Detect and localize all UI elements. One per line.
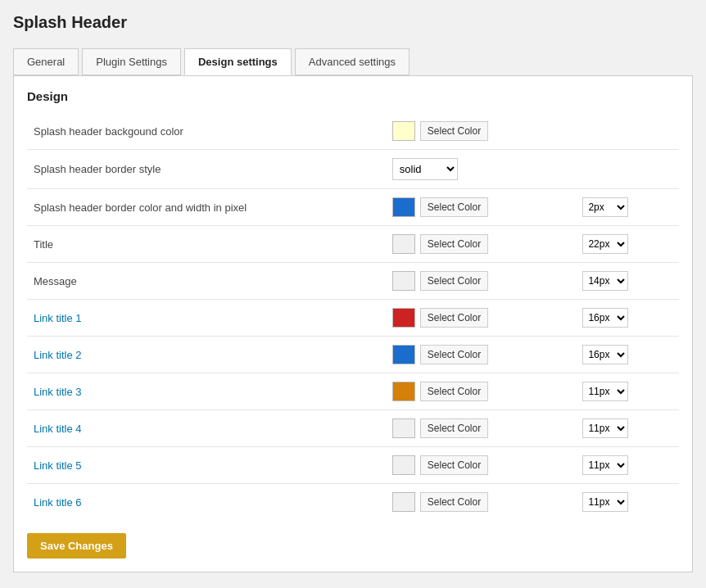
row-extra-border-style [576, 150, 679, 189]
px-select-link-title-4[interactable]: 2px4px6px8px10px11px12px14px16px18px20px… [582, 418, 628, 438]
select-color-btn-link-title-2[interactable]: Select Color [420, 345, 488, 364]
row-control-link-title-1: Select Color [386, 300, 577, 337]
row-label-message: Message [27, 263, 386, 300]
select-color-btn-message[interactable]: Select Color [420, 271, 488, 291]
row-extra-link-title-1: 2px4px6px8px10px11px12px14px16px18px20px… [576, 300, 679, 337]
color-swatch-message [392, 271, 415, 291]
table-row: Splash header backgound colorSelect Colo… [27, 113, 679, 150]
table-row: Splash header border stylesoliddasheddot… [27, 150, 679, 189]
row-label-link-link-title-5[interactable]: Link title 5 [34, 459, 82, 472]
color-swatch-link-title-6 [392, 492, 415, 512]
row-extra-link-title-5: 2px4px6px8px10px11px12px14px16px18px20px… [576, 447, 679, 484]
color-swatch-link-title-1 [392, 308, 415, 328]
row-label-link-title-6: Link title 6 [27, 484, 386, 521]
row-control-border-style: soliddasheddottednone [386, 150, 577, 189]
row-label-link-link-title-3[interactable]: Link title 3 [34, 386, 82, 398]
section-title: Design [27, 89, 679, 103]
row-label-link-title-3: Link title 3 [27, 373, 386, 410]
row-label-title: Title [27, 226, 386, 263]
row-extra-link-title-2: 2px4px6px8px10px11px12px14px16px18px20px… [576, 337, 679, 373]
px-select-link-title-1[interactable]: 2px4px6px8px10px11px12px14px16px18px20px… [582, 308, 628, 328]
design-table: Splash header backgound colorSelect Colo… [27, 113, 679, 520]
row-label-link-title-2: Link title 2 [27, 337, 386, 373]
page-wrapper: Splash Header GeneralPlugin SettingsDesi… [0, 0, 706, 586]
px-select-link-title-5[interactable]: 2px4px6px8px10px11px12px14px16px18px20px… [582, 455, 628, 475]
color-swatch-title [392, 234, 415, 254]
row-control-message: Select Color [386, 263, 577, 300]
row-extra-link-title-6: 2px4px6px8px10px11px12px14px16px18px20px… [576, 484, 679, 521]
color-swatch-border-color [392, 197, 415, 217]
row-control-bg-color: Select Color [386, 113, 577, 150]
row-control-link-title-3: Select Color [386, 373, 577, 410]
border-style-select[interactable]: soliddasheddottednone [392, 158, 458, 180]
row-extra-title: 2px4px6px8px10px11px12px14px16px18px20px… [576, 226, 679, 263]
px-select-link-title-3[interactable]: 2px4px6px8px10px11px12px14px16px18px20px… [582, 382, 628, 401]
table-row: MessageSelect Color2px4px6px8px10px11px1… [27, 263, 679, 300]
page-title: Splash Header [13, 13, 693, 32]
row-extra-border-color: 2px4px6px8px10px11px12px14px16px18px20px… [576, 189, 679, 226]
px-select-message[interactable]: 2px4px6px8px10px11px12px14px16px18px20px… [582, 271, 628, 291]
table-row: Link title 5Select Color2px4px6px8px10px… [27, 447, 679, 484]
select-color-btn-bg-color[interactable]: Select Color [420, 121, 488, 141]
row-extra-link-title-4: 2px4px6px8px10px11px12px14px16px18px20px… [576, 410, 679, 447]
row-control-link-title-6: Select Color [386, 484, 577, 521]
row-extra-message: 2px4px6px8px10px11px12px14px16px18px20px… [576, 263, 679, 300]
row-label-link-title-5: Link title 5 [27, 447, 386, 484]
row-control-link-title-5: Select Color [386, 447, 577, 484]
tab-design-settings[interactable]: Design settings [184, 48, 292, 75]
row-extra-bg-color [576, 113, 679, 150]
row-label-link-link-title-1[interactable]: Link title 1 [34, 312, 82, 324]
color-swatch-link-title-3 [392, 382, 415, 401]
row-label-link-link-title-6[interactable]: Link title 6 [34, 496, 82, 509]
row-control-link-title-4: Select Color [386, 410, 577, 447]
row-control-border-color: Select Color [386, 189, 577, 226]
select-color-btn-link-title-4[interactable]: Select Color [420, 418, 488, 438]
row-control-title: Select Color [386, 226, 577, 263]
select-color-btn-link-title-5[interactable]: Select Color [420, 455, 488, 475]
row-label-link-title-1: Link title 1 [27, 300, 386, 337]
color-swatch-link-title-4 [392, 418, 415, 438]
table-row: Splash header border color and width in … [27, 189, 679, 226]
px-select-link-title-6[interactable]: 2px4px6px8px10px11px12px14px16px18px20px… [582, 492, 628, 512]
row-label-border-color: Splash header border color and width in … [27, 189, 386, 226]
save-changes-button[interactable]: Save Changes [27, 533, 126, 559]
row-extra-link-title-3: 2px4px6px8px10px11px12px14px16px18px20px… [576, 373, 679, 410]
row-label-bg-color: Splash header backgound color [27, 113, 386, 150]
row-label-link-title-4: Link title 4 [27, 410, 386, 447]
select-color-btn-link-title-6[interactable]: Select Color [420, 492, 488, 512]
table-row: TitleSelect Color2px4px6px8px10px11px12p… [27, 226, 679, 263]
tab-general[interactable]: General [13, 48, 79, 75]
row-label-border-style: Splash header border style [27, 150, 386, 189]
table-row: Link title 2Select Color2px4px6px8px10px… [27, 337, 679, 373]
px-select-border-color[interactable]: 2px4px6px8px10px11px12px14px16px18px20px… [582, 197, 628, 217]
select-color-btn-title[interactable]: Select Color [420, 234, 488, 254]
tabs-bar: GeneralPlugin SettingsDesign settingsAdv… [13, 43, 693, 75]
tab-plugin-settings[interactable]: Plugin Settings [82, 48, 181, 75]
select-color-btn-border-color[interactable]: Select Color [420, 197, 488, 217]
color-swatch-bg-color [392, 121, 415, 141]
table-row: Link title 4Select Color2px4px6px8px10px… [27, 410, 679, 447]
table-row: Link title 6Select Color2px4px6px8px10px… [27, 484, 679, 521]
color-swatch-link-title-5 [392, 455, 415, 475]
color-swatch-link-title-2 [392, 345, 415, 364]
select-color-btn-link-title-1[interactable]: Select Color [420, 308, 488, 328]
px-select-title[interactable]: 2px4px6px8px10px11px12px14px16px18px20px… [582, 234, 628, 254]
main-panel: Design Splash header backgound colorSele… [13, 75, 693, 572]
tabs-container: GeneralPlugin SettingsDesign settingsAdv… [13, 43, 693, 75]
table-row: Link title 1Select Color2px4px6px8px10px… [27, 300, 679, 337]
table-row: Link title 3Select Color2px4px6px8px10px… [27, 373, 679, 410]
select-color-btn-link-title-3[interactable]: Select Color [420, 382, 488, 401]
row-control-link-title-2: Select Color [386, 337, 577, 373]
row-label-link-link-title-4[interactable]: Link title 4 [34, 423, 82, 435]
tab-advanced-settings[interactable]: Advanced settings [295, 48, 410, 75]
row-label-link-link-title-2[interactable]: Link title 2 [34, 349, 82, 361]
px-select-link-title-2[interactable]: 2px4px6px8px10px11px12px14px16px18px20px… [582, 345, 628, 364]
